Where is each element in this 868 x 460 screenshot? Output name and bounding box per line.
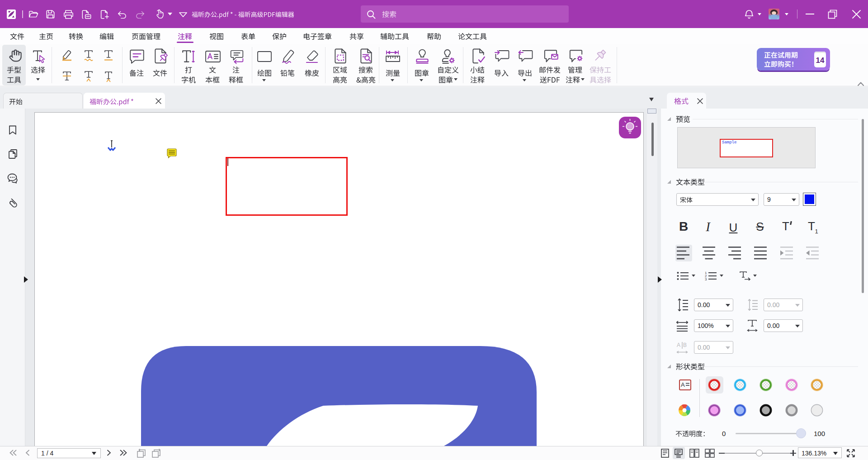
svg-text:3: 3 (705, 277, 707, 280)
svg-text:B: B (683, 342, 687, 348)
svg-text:A: A (681, 381, 685, 388)
svg-text:A: A (677, 342, 680, 348)
